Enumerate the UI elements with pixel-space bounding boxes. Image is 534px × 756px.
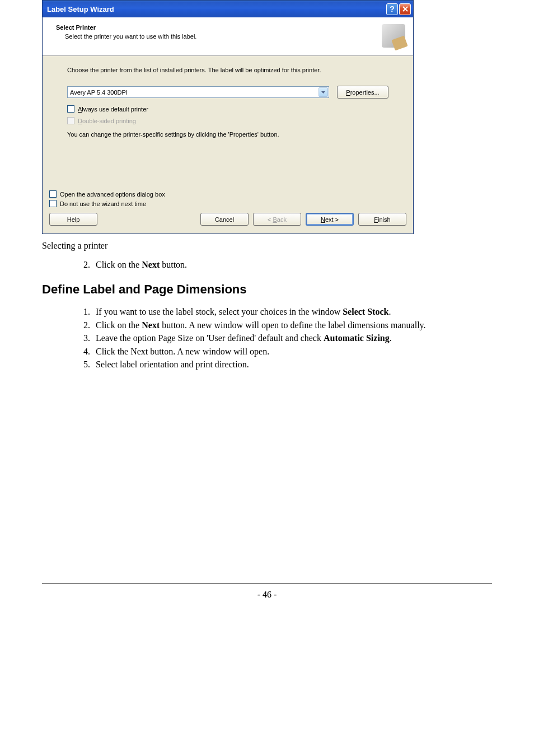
steps-list-2: If you want to use the label stock, sele…: [92, 306, 492, 371]
instruction-text: Choose the printer from the list of inst…: [67, 66, 388, 74]
advanced-options-label: Open the advanced options dialog box: [60, 191, 165, 198]
double-sided-checkbox: [67, 117, 74, 124]
list-item: Select label orientation and print direc…: [92, 358, 492, 371]
close-icon[interactable]: [399, 3, 411, 15]
next-button[interactable]: Next >: [306, 213, 354, 226]
always-default-checkbox[interactable]: [67, 105, 74, 113]
help-icon[interactable]: ?: [386, 3, 398, 15]
chevron-down-icon[interactable]: [318, 87, 328, 97]
double-sided-label: Double-sided printing: [78, 118, 136, 124]
advanced-options-checkbox[interactable]: [49, 190, 57, 198]
titlebar-text: Label Setup Wizard: [47, 5, 386, 13]
header-subtitle: Select the printer you want to use with …: [65, 33, 382, 40]
list-item: Click the Next button. A new window will…: [92, 346, 492, 358]
list-item: Leave the option Page Size on 'User defi…: [92, 332, 492, 344]
section-heading: Define Label and Page Dimensions: [42, 282, 492, 297]
finish-button[interactable]: Finish: [358, 213, 406, 226]
list-item: If you want to use the label stock, sele…: [92, 306, 492, 318]
always-default-label: Always use default printer: [78, 106, 148, 113]
back-button: < Back: [253, 213, 301, 226]
label-setup-wizard-dialog: Label Setup Wizard ? Select Printer Sele…: [42, 0, 414, 234]
list-item: Click on the Next button.: [92, 259, 492, 271]
printer-select[interactable]: Avery AP 5.4 300DPI: [67, 86, 329, 98]
header-title: Select Printer: [56, 24, 382, 31]
properties-note: You can change the printer-specific sett…: [67, 131, 388, 138]
header-panel: Select Printer Select the printer you wa…: [43, 17, 413, 56]
printer-icon: [382, 24, 405, 48]
page-footer: - 46 -: [42, 584, 492, 605]
properties-button[interactable]: PProperties...roperties...: [337, 86, 388, 99]
help-button[interactable]: Help: [49, 213, 97, 226]
steps-list-1: Click on the Next button.: [92, 259, 492, 271]
cancel-button[interactable]: Cancel: [200, 213, 249, 226]
no-wizard-checkbox[interactable]: [49, 200, 57, 207]
figure-caption: Selecting a printer: [42, 241, 492, 251]
page-number: - 46 -: [257, 590, 277, 599]
no-wizard-label: Do not use the wizard next time: [60, 200, 146, 207]
list-item: Click on the Next button. A new window w…: [92, 319, 492, 332]
titlebar: Label Setup Wizard ?: [43, 1, 413, 17]
printer-value: Avery AP 5.4 300DPI: [70, 89, 128, 96]
